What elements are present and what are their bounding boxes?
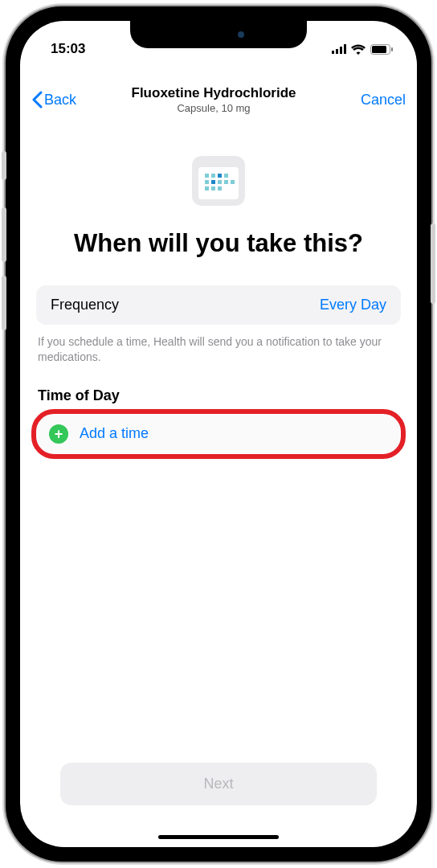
svg-rect-20	[218, 186, 222, 190]
screen: 15:03 Back Fluoxetine Hydrochloride Caps…	[20, 21, 417, 847]
cellular-icon	[332, 44, 346, 54]
calendar-icon	[189, 149, 248, 209]
svg-rect-16	[224, 180, 228, 184]
phone-frame: 15:03 Back Fluoxetine Hydrochloride Caps…	[6, 6, 431, 862]
schedule-hint: If you schedule a time, Health will send…	[36, 334, 401, 365]
cancel-button[interactable]: Cancel	[351, 92, 406, 108]
svg-rect-13	[205, 180, 209, 184]
svg-rect-3	[344, 44, 346, 54]
add-time-label: Add a time	[80, 425, 149, 442]
volume-up-button	[2, 207, 6, 262]
svg-rect-19	[211, 186, 215, 190]
back-label: Back	[44, 92, 76, 108]
svg-rect-14	[211, 180, 215, 184]
svg-rect-18	[205, 186, 209, 190]
nav-bar: Back Fluoxetine Hydrochloride Capsule, 1…	[20, 77, 417, 121]
next-button[interactable]: Next	[60, 763, 377, 805]
battery-icon	[370, 44, 393, 55]
svg-rect-6	[391, 47, 393, 51]
time-of-day-title: Time of Day	[36, 387, 401, 404]
status-time: 15:03	[51, 41, 85, 57]
svg-rect-5	[372, 46, 386, 53]
svg-rect-1	[336, 49, 338, 54]
svg-rect-12	[224, 174, 228, 178]
svg-rect-17	[231, 180, 235, 184]
power-button	[431, 223, 435, 304]
calendar-illustration	[36, 149, 401, 209]
back-button[interactable]: Back	[31, 91, 76, 108]
notch	[130, 21, 307, 48]
page-title: Fluoxetine Hydrochloride	[76, 85, 351, 101]
heading: When will you take this?	[36, 228, 401, 258]
add-time-button[interactable]: + Add a time	[36, 414, 401, 454]
svg-rect-11	[218, 174, 222, 178]
home-indicator[interactable]	[158, 835, 279, 839]
wifi-icon	[351, 44, 366, 55]
chevron-left-icon	[31, 91, 43, 108]
mute-switch	[2, 151, 6, 180]
svg-rect-15	[218, 180, 222, 184]
frequency-value: Every Day	[320, 297, 386, 313]
svg-rect-10	[211, 174, 215, 178]
frequency-label: Frequency	[51, 297, 119, 313]
svg-rect-0	[332, 51, 334, 54]
volume-down-button	[2, 276, 6, 330]
nav-title-group: Fluoxetine Hydrochloride Capsule, 10 mg	[76, 85, 351, 114]
status-indicators	[332, 44, 393, 55]
svg-rect-2	[340, 47, 342, 54]
page-subtitle: Capsule, 10 mg	[76, 102, 351, 114]
frequency-row[interactable]: Frequency Every Day	[36, 285, 401, 325]
svg-rect-9	[205, 174, 209, 178]
plus-icon: +	[49, 424, 68, 444]
